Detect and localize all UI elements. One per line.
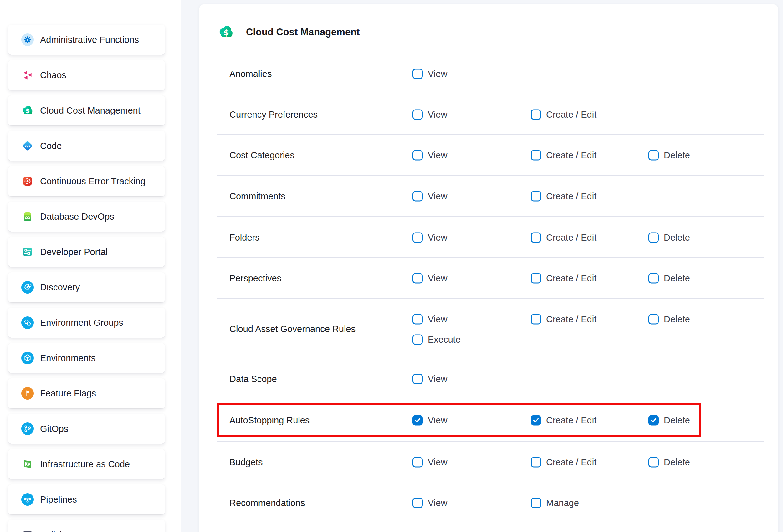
permission-create-edit[interactable]: Create / Edit (531, 415, 596, 425)
checkbox-create-edit[interactable] (531, 457, 541, 467)
checkbox-view[interactable] (412, 498, 423, 508)
checkbox-view[interactable] (412, 232, 423, 243)
sidebar-item-code[interactable]: </>Code (8, 131, 165, 161)
permissions-panel: $ Cloud Cost Management AnomaliesViewCur… (199, 4, 778, 532)
permission-label: View (428, 69, 447, 79)
permission-manage[interactable]: Manage (531, 498, 579, 508)
permission-view[interactable]: View (412, 191, 447, 201)
checkbox-create-edit-checked[interactable] (531, 415, 541, 425)
permission-view[interactable]: View (412, 150, 447, 160)
checkbox-create-edit[interactable] (531, 191, 541, 201)
checkbox-view-checked[interactable] (412, 415, 423, 425)
checkbox-delete[interactable] (649, 273, 659, 284)
checkbox-delete[interactable] (649, 232, 659, 243)
sidebar-item-continuous-error-tracking[interactable]: Continuous Error Tracking (8, 166, 165, 196)
svg-text:</>: </> (24, 144, 31, 148)
sidebar-item-label: Cloud Cost Management (40, 105, 140, 116)
checkbox-delete[interactable] (649, 457, 659, 467)
permission-label: View (428, 150, 447, 160)
checkbox-view[interactable] (412, 457, 423, 467)
cloud-cost-icon: $ (218, 24, 234, 41)
sidebar-item-label: Policies (40, 530, 71, 532)
permission-view[interactable]: View (412, 415, 447, 425)
permission-create-edit[interactable]: Create / Edit (531, 314, 596, 324)
permission-view[interactable]: View (412, 109, 447, 120)
sidebar-item-label: Infrastructure as Code (40, 459, 130, 469)
resource-label: Commitments (229, 191, 285, 201)
permission-view[interactable]: View (412, 457, 447, 467)
environments-icon (21, 352, 34, 364)
permission-delete[interactable]: Delete (649, 457, 690, 467)
sidebar-item-label: Feature Flags (40, 388, 96, 399)
checkbox-create-edit[interactable] (531, 273, 541, 284)
sidebar-item-gitops[interactable]: GitOps (8, 414, 165, 444)
resource-label: Perspectives (229, 273, 281, 284)
sidebar-item-developer-portal[interactable]: Developer Portal (8, 237, 165, 267)
permission-view[interactable]: View (412, 314, 447, 324)
sidebar-item-discovery[interactable]: Discovery (8, 272, 165, 302)
sidebar-item-administrative-functions[interactable]: Administrative Functions (8, 25, 165, 55)
sidebar-item-cloud-cost-management[interactable]: $Cloud Cost Management (8, 95, 165, 125)
checkbox-view[interactable] (412, 109, 423, 120)
infrastructure-as-code-icon (21, 458, 34, 470)
checkbox-view[interactable] (412, 191, 423, 201)
permission-label: Create / Edit (546, 314, 596, 324)
resource-label: AutoStopping Rules (229, 415, 310, 425)
permission-label: Delete (664, 150, 690, 160)
checkbox-create-edit[interactable] (531, 109, 541, 120)
permission-create-edit[interactable]: Create / Edit (531, 191, 596, 201)
sidebar-item-feature-flags[interactable]: Feature Flags (8, 378, 165, 408)
panel-header: $ Cloud Cost Management (218, 22, 359, 42)
permission-create-edit[interactable]: Create / Edit (531, 232, 596, 243)
permission-delete[interactable]: Delete (649, 415, 690, 425)
permission-delete[interactable]: Delete (649, 314, 690, 324)
checkbox-create-edit[interactable] (531, 232, 541, 243)
sidebar-item-label: Pipelines (40, 495, 77, 505)
sidebar-item-database-devops[interactable]: Database DevOps (8, 201, 165, 231)
permission-create-edit[interactable]: Create / Edit (531, 150, 596, 160)
permission-label: Create / Edit (546, 457, 596, 467)
checkbox-view[interactable] (412, 273, 423, 284)
permission-create-edit[interactable]: Create / Edit (531, 457, 596, 467)
sidebar-item-environment-groups[interactable]: Environment Groups (8, 308, 165, 338)
checkbox-create-edit[interactable] (531, 150, 541, 160)
checkbox-view[interactable] (412, 150, 423, 160)
checkbox-create-edit[interactable] (531, 314, 541, 324)
sidebar-item-infrastructure-as-code[interactable]: Infrastructure as Code (8, 449, 165, 479)
permission-delete[interactable]: Delete (649, 273, 690, 284)
checkbox-view[interactable] (412, 69, 423, 79)
permission-view[interactable]: View (412, 232, 447, 243)
permission-view[interactable]: View (412, 374, 447, 384)
sidebar-item-pipelines[interactable]: Pipelines (8, 484, 165, 514)
sidebar-item-environments[interactable]: Environments (8, 343, 165, 373)
permission-create-edit[interactable]: Create / Edit (531, 109, 596, 120)
permission-view[interactable]: View (412, 498, 447, 508)
sidebar-item-label: Chaos (40, 70, 66, 81)
checkbox-view[interactable] (412, 314, 423, 324)
permission-label: View (428, 374, 447, 384)
sidebar-item-label: GitOps (40, 424, 68, 434)
checkbox-delete[interactable] (649, 314, 659, 324)
page-title: Cloud Cost Management (246, 27, 359, 38)
checkbox-view[interactable] (412, 374, 423, 384)
resource-label: Recommendations (229, 498, 305, 508)
permission-view[interactable]: View (412, 273, 447, 284)
permission-execute[interactable]: Execute (412, 335, 461, 345)
permission-label: View (428, 314, 447, 324)
sidebar-item-label: Developer Portal (40, 247, 108, 257)
sidebar-item-label: Administrative Functions (40, 35, 139, 45)
permission-label: Delete (664, 457, 690, 467)
checkbox-delete-checked[interactable] (649, 415, 659, 425)
permission-view[interactable]: View (412, 69, 447, 79)
sidebar-item-chaos[interactable]: Chaos (8, 60, 165, 90)
permission-label: Manage (546, 498, 579, 508)
permission-create-edit[interactable]: Create / Edit (531, 273, 596, 284)
permission-delete[interactable]: Delete (649, 150, 690, 160)
sidebar-item-policies[interactable]: Policies (8, 520, 165, 532)
permission-label: View (428, 232, 447, 243)
sidebar-item-label: Discovery (40, 282, 80, 292)
checkbox-delete[interactable] (649, 150, 659, 160)
checkbox-execute[interactable] (412, 335, 423, 345)
checkbox-manage[interactable] (531, 498, 541, 508)
permission-delete[interactable]: Delete (649, 232, 690, 243)
